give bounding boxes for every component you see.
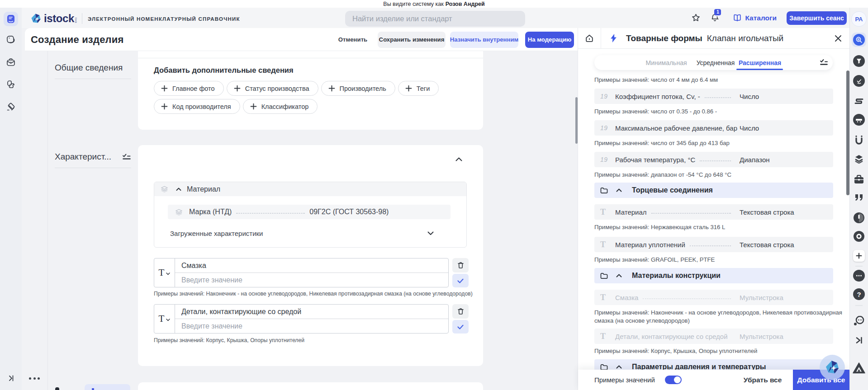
field-value-input[interactable] <box>175 276 448 284</box>
ext-icon-help[interactable]: ? <box>853 288 865 300</box>
sidebar-item-cleanup[interactable] <box>6 102 16 112</box>
chip-manufacturer-code[interactable]: Код производителя <box>154 99 240 114</box>
more-menu-button[interactable] <box>29 376 40 380</box>
delete-field-button[interactable] <box>452 304 469 319</box>
ext-icon-chat-dots[interactable] <box>853 270 865 282</box>
chip-classifier[interactable]: Классификатор <box>243 99 318 114</box>
chip-main-photo[interactable]: Главное фото <box>154 81 224 96</box>
param-label: Детали, контактирующие со средой <box>615 333 728 340</box>
catalogs-button[interactable]: Каталоги <box>730 14 777 23</box>
param-row[interactable]: T Материал Текстовая строка <box>594 204 833 220</box>
istock-logo-icon <box>825 360 840 375</box>
notifications-button[interactable]: 1 <box>710 13 720 23</box>
chip-manufacturer[interactable]: Производитель <box>321 81 395 96</box>
chip-production-status[interactable]: Статус производства <box>227 81 318 96</box>
end-session-button[interactable]: Завершить сеанс <box>787 11 847 25</box>
loaded-characteristics-row[interactable]: Загруженные характеристики <box>170 228 434 239</box>
panel-scrollbar[interactable] <box>846 70 849 195</box>
section-row[interactable]: Параметры давления и температуры <box>594 359 833 370</box>
ext-icon-layers[interactable] <box>854 155 864 164</box>
field-name-input[interactable] <box>175 308 448 316</box>
avatar-initials: РА <box>855 16 863 23</box>
delete-field-button[interactable] <box>452 258 469 273</box>
favorites-button[interactable] <box>691 13 701 23</box>
sidebar-expand-button[interactable] <box>6 373 16 383</box>
examples-toggle[interactable] <box>665 376 682 384</box>
ext-icon-bubbles[interactable] <box>854 316 864 326</box>
param-row-disabled[interactable]: T Смазка Мультистрока <box>594 290 833 305</box>
tab-extended[interactable]: Расширенная <box>739 55 781 70</box>
confirm-field-button[interactable] <box>452 274 469 287</box>
section-label-row: Характерист... <box>55 152 131 162</box>
app-header: istock link ЭЛЕКТРОННЫЙ НОМЕНКЛАТУРНЫЙ С… <box>22 8 849 28</box>
sidebar-item-chats[interactable] <box>6 35 16 45</box>
field-type-select[interactable]: T <box>154 305 175 333</box>
chevron-up-icon[interactable] <box>176 188 181 191</box>
assign-internal-button[interactable]: Назначить внутренним <box>450 32 518 48</box>
param-row[interactable]: 19 Максимальное рабочее давление, бар Чи… <box>594 120 833 136</box>
view-as-user: Розов Андрей <box>446 1 485 7</box>
section-label-characteristics: Характерист... <box>55 152 131 168</box>
checklist-icon[interactable] <box>122 153 131 160</box>
tab-average[interactable]: Усредненная <box>697 55 735 70</box>
general-label: Общие сведения <box>55 63 123 73</box>
search-input[interactable] <box>345 11 525 27</box>
param-row-disabled[interactable]: T Детали, контактирующие со средой Мульт… <box>594 329 833 344</box>
collapse-card-button[interactable] <box>455 157 462 161</box>
ext-icon-contrast[interactable] <box>853 212 865 224</box>
floating-assistant-button[interactable] <box>820 355 845 380</box>
tab-minimal[interactable]: Минимальная <box>645 55 687 70</box>
ext-icon-magnet[interactable] <box>854 136 863 145</box>
ext-icon-ring[interactable] <box>853 230 865 242</box>
chat-icon <box>6 35 16 45</box>
ext-icon-check-badge[interactable] <box>853 75 865 87</box>
field-type-select[interactable]: T <box>154 258 175 287</box>
brand[interactable]: istock link ЭЛЕКТРОННЫЙ НОМЕНКЛАТУРНЫЙ С… <box>31 12 240 25</box>
book-icon <box>733 14 742 23</box>
section-label-row: Общие сведения <box>55 63 131 73</box>
ext-icon-add[interactable] <box>853 250 865 262</box>
layers-icon <box>161 185 168 193</box>
remove-all-button[interactable]: Убрать все <box>738 376 787 384</box>
sidebar-item-integrations[interactable] <box>6 80 16 89</box>
text-type-icon: T <box>600 332 606 341</box>
cancel-button[interactable]: Отменить <box>332 32 373 48</box>
panel-home-button[interactable] <box>578 28 601 48</box>
section-row[interactable]: Торцевые соединения <box>594 183 833 198</box>
header-actions: 1 Каталоги Завершить сеанс <box>691 8 847 28</box>
chip-tags[interactable]: Теги <box>398 81 439 96</box>
ext-icon-briefcase[interactable] <box>854 175 864 184</box>
card-general-info: Добавить дополнительные сведения Главное… <box>138 51 483 130</box>
close-panel-button[interactable] <box>835 35 842 42</box>
tabs-filter-icon[interactable] <box>819 58 829 66</box>
ext-icon-quotes[interactable] <box>854 194 863 201</box>
chip-label: Теги <box>417 85 430 92</box>
param-row[interactable]: 19 Рабочая температура, °С Диапазон <box>594 152 833 167</box>
section-row[interactable]: Материалы конструкции <box>594 268 833 283</box>
sidebar-item-home[interactable] <box>4 12 18 26</box>
text-type-icon: T <box>159 267 165 278</box>
to-moderation-button[interactable]: На модерацию <box>525 32 574 48</box>
material-group-header[interactable]: Материал <box>154 182 466 196</box>
brand-name: istock <box>44 12 74 25</box>
param-row[interactable]: 19 Коэффициент потока, Cv, - Число <box>594 89 833 104</box>
catalogs-label: Каталоги <box>745 14 777 22</box>
param-type: Текстовая строка <box>740 241 794 249</box>
ext-icon-s-lines[interactable] <box>854 98 864 105</box>
sidebar-item-orders[interactable] <box>6 57 16 67</box>
ext-icon-funnel[interactable] <box>853 55 865 67</box>
mark-row[interactable]: Марка (НТД) 09Г2С (ГОСТ 30563-98) <box>168 205 451 219</box>
ext-icon-shield-triangle[interactable] <box>853 362 865 374</box>
ext-icon-profile-search[interactable] <box>852 33 866 47</box>
field-example: Примеры значений: Корпус, Крышка, Опоры … <box>154 337 479 343</box>
param-row[interactable]: T Материал уплотнений Текстовая строка <box>594 237 833 252</box>
field-name-input[interactable] <box>175 262 448 270</box>
field-value-input[interactable] <box>175 322 448 330</box>
dotted-leader <box>690 245 731 246</box>
ext-icon-helmet[interactable] <box>853 114 865 126</box>
save-button[interactable]: Сохранить изменения <box>378 32 446 48</box>
confirm-field-button[interactable] <box>452 320 469 334</box>
number-type-icon: 19 <box>600 156 608 163</box>
user-avatar[interactable]: РА <box>851 11 867 27</box>
ext-icon-skip-end[interactable] <box>855 336 863 344</box>
